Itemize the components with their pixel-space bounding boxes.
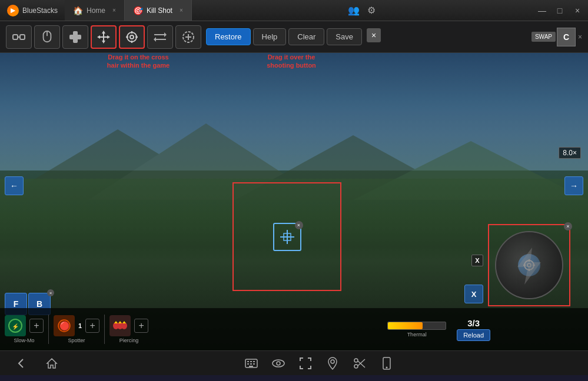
svg-marker-31	[517, 248, 541, 285]
tool-swap[interactable]	[147, 25, 173, 49]
svg-marker-47	[122, 321, 126, 323]
tool-aim-circle[interactable]	[119, 25, 145, 49]
thermal-bar	[387, 322, 446, 330]
svg-marker-11	[97, 35, 100, 39]
svg-rect-53	[247, 363, 249, 365]
game-area: ← F × B → 8.0× × ×	[0, 53, 588, 350]
spotter-add-button[interactable]: +	[85, 319, 99, 333]
swap-button[interactable]: SWAP	[531, 32, 556, 42]
clear-button[interactable]: Clear	[288, 28, 324, 45]
tab-home-label: Home	[87, 6, 105, 15]
svg-marker-10	[102, 41, 105, 44]
close-button[interactable]: ×	[569, 4, 586, 18]
toolbar: Restore Help Clear Save × SWAP C ×	[0, 21, 588, 53]
hud-reload: 3/3 Reload	[457, 318, 490, 341]
shoot-zone[interactable]: ×	[488, 224, 570, 306]
settings-icon[interactable]: ⚙	[364, 3, 379, 18]
svg-rect-0	[13, 35, 18, 39]
svg-point-65	[386, 366, 387, 368]
hud-slowmo: ⚡ + Slow-Mo	[5, 315, 44, 343]
hud-bar: ⚡ + Slow-Mo 🔴 1 + Spotter	[0, 308, 588, 350]
scissors-taskbar-button[interactable]	[350, 354, 369, 373]
svg-rect-55	[253, 363, 255, 365]
hud-piercing-row: +	[109, 315, 148, 336]
arrow-right-button[interactable]: →	[564, 176, 583, 195]
svg-point-59	[331, 360, 334, 363]
game-tab-icon: 🎯	[133, 6, 143, 15]
piercing-add-button[interactable]: +	[134, 319, 148, 333]
hud-piercing: + Piercing	[109, 315, 148, 343]
x-reload-button[interactable]: X	[464, 285, 483, 303]
tool-circle[interactable]	[175, 25, 201, 49]
svg-marker-9	[102, 31, 105, 34]
shoot-circle	[495, 231, 563, 299]
piercing-icon	[109, 315, 131, 336]
toolbar-close-button[interactable]: ×	[367, 28, 381, 42]
help-button[interactable]: Help	[253, 28, 287, 45]
arrow-left-button[interactable]: ←	[5, 176, 24, 195]
svg-rect-51	[250, 361, 252, 362]
maximize-button[interactable]: □	[552, 4, 568, 18]
svg-point-61	[354, 365, 358, 368]
thermal-bar-fill	[388, 322, 423, 329]
zoom-indicator: 8.0×	[559, 147, 581, 159]
toolbar-panel-close[interactable]: ×	[578, 33, 582, 41]
svg-rect-54	[250, 363, 252, 365]
app-name: BlueStacks	[22, 6, 58, 15]
b-close-icon[interactable]: ×	[47, 289, 54, 296]
community-icon[interactable]: 👥	[346, 3, 361, 18]
svg-point-58	[277, 362, 280, 365]
hud-spotter: 🔴 1 + Spotter	[54, 315, 99, 343]
title-bar: ▶ BlueStacks 🏠 Home × 🎯 Kill Shot × 👥 ⚙ …	[0, 0, 588, 21]
thermal-label: Thermal	[407, 332, 427, 337]
window-controls: — □ ×	[534, 4, 588, 18]
svg-marker-45	[114, 321, 118, 323]
svg-point-60	[354, 359, 358, 362]
crosshair-zone[interactable]: ×	[232, 182, 341, 291]
tool-crosshair-move[interactable]	[91, 25, 117, 49]
svg-text:🔴: 🔴	[59, 321, 70, 331]
svg-marker-12	[107, 35, 110, 39]
reload-button[interactable]: Reload	[457, 329, 490, 341]
piercing-label: Piercing	[119, 337, 139, 343]
hud-thermal: Thermal	[387, 322, 446, 337]
keyboard-taskbar-button[interactable]	[242, 354, 261, 373]
restore-button[interactable]: Restore	[206, 28, 251, 45]
tab-home[interactable]: 🏠 Home ×	[65, 0, 125, 21]
svg-marker-20	[154, 37, 156, 42]
tool-link[interactable]	[6, 25, 32, 49]
tab-home-close[interactable]: ×	[112, 7, 116, 14]
home-taskbar-button[interactable]	[42, 354, 61, 373]
svg-text:⚡: ⚡	[12, 323, 19, 330]
crosshair-close-icon[interactable]: ×	[295, 221, 303, 229]
frame-taskbar-button[interactable]	[296, 354, 315, 373]
taskbar	[0, 350, 588, 375]
home-tab-icon: 🏠	[73, 6, 83, 15]
back-button[interactable]	[12, 354, 31, 373]
tool-dpad[interactable]	[62, 25, 88, 49]
slowmo-icon: ⚡	[5, 315, 26, 336]
crosshair-widget[interactable]: ×	[273, 223, 301, 251]
minimize-button[interactable]: —	[534, 4, 550, 18]
hud-slowmo-row: ⚡ +	[5, 315, 44, 336]
save-button[interactable]: Save	[327, 28, 362, 45]
title-bar-icons: 👥 ⚙	[341, 3, 384, 18]
svg-rect-1	[20, 35, 25, 39]
phone-taskbar-button[interactable]	[377, 354, 396, 373]
bluestacks-icon: ▶	[7, 5, 19, 16]
tool-mouse[interactable]	[34, 25, 60, 49]
kill-x-button[interactable]: X	[471, 255, 483, 266]
shoot-close-icon[interactable]: ×	[564, 222, 572, 230]
hud-spotter-row: 🔴 1 +	[54, 315, 99, 336]
svg-rect-56	[249, 366, 253, 367]
svg-rect-50	[247, 361, 249, 362]
eye-taskbar-button[interactable]	[269, 354, 288, 373]
location-taskbar-button[interactable]	[323, 354, 342, 373]
svg-point-57	[273, 360, 284, 367]
hud-sep-1	[48, 315, 49, 344]
tab-game[interactable]: 🎯 Kill Shot ×	[125, 0, 192, 21]
slowmo-add-button[interactable]: +	[29, 319, 44, 333]
spotter-label: Spotter	[68, 337, 85, 343]
tab-game-close[interactable]: ×	[180, 7, 183, 14]
corner-c-button[interactable]: C	[557, 28, 576, 46]
